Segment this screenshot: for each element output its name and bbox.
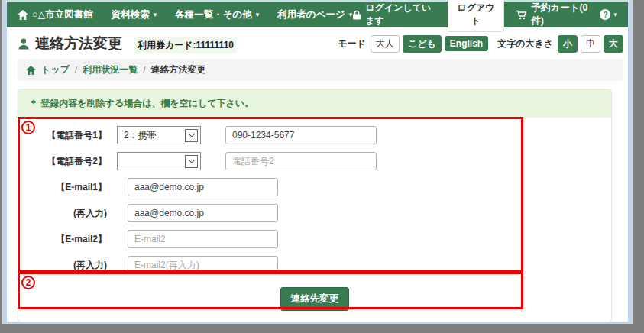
mode-adult-button[interactable]: 大人	[371, 35, 400, 53]
delete-instruction-notice: ＊ 登録内容を削除する場合は、欄を空にして下さい。	[18, 89, 611, 118]
change-contact-button[interactable]: 連絡先変更	[280, 287, 350, 311]
menu-lists-others[interactable]: 各種一覧・その他 ▾	[175, 8, 259, 21]
mode-kids-button[interactable]: こども	[403, 35, 442, 53]
page-header: 連絡方法変更 利用券カード:11111110 モード 大人 こども Englis…	[18, 34, 623, 53]
breadcrumb-home-icon	[26, 66, 36, 75]
phone2-row: 【電話番号2】	[18, 151, 611, 171]
email1-row: 【E-mail1】	[18, 177, 611, 197]
email1-input[interactable]	[128, 178, 278, 196]
breadcrumb-usage-list-link[interactable]: 利用状況一覧	[83, 63, 138, 76]
email1-confirm-row: (再入力)	[18, 203, 611, 223]
menu-lists-others-label: 各種一覧・その他	[175, 8, 252, 21]
select-arrow-icon	[185, 155, 198, 168]
brand-label: ○△市立図書館	[32, 8, 93, 21]
fontsize-label: 文字の大きさ	[497, 37, 553, 50]
fontsize-small-button[interactable]: 小	[558, 35, 578, 53]
cart-icon	[516, 10, 527, 20]
display-mode-controls: モード 大人 こども English 文字の大きさ 小 中 大	[338, 35, 623, 53]
submit-row: 連絡先変更	[18, 281, 611, 311]
email2-confirm-row: (再入力)	[18, 255, 611, 275]
menu-material-search[interactable]: 資料検索 ▾	[112, 8, 157, 21]
library-card-number: 利用券カード:11111110	[134, 37, 237, 53]
breadcrumb-separator: /	[143, 65, 145, 76]
page-title: 連絡方法変更	[35, 34, 122, 53]
phone1-row: 【電話番号1】 2：携帯	[18, 125, 611, 145]
cart-label: 予約カート(0件)	[531, 2, 588, 27]
reservation-cart-link[interactable]: 予約カート(0件)	[516, 2, 588, 27]
login-status: ログインしています	[352, 2, 435, 27]
login-status-label: ログインしています	[365, 2, 435, 27]
phone1-type-value: 2：携帯	[124, 129, 157, 142]
lock-icon	[352, 10, 361, 20]
chevron-down-icon: ▾	[154, 11, 157, 18]
email1-confirm-label: (再入力)	[18, 207, 107, 220]
fontsize-large-button[interactable]: 大	[604, 35, 623, 53]
contact-form: 【電話番号1】 2：携帯 【電話番号2】 【E-mail1】	[18, 118, 611, 311]
breadcrumb: トップ / 利用状況一覧 / 連絡方法変更	[18, 59, 623, 81]
email2-input[interactable]	[128, 230, 278, 248]
contact-change-panel: ＊ 登録内容を削除する場合は、欄を空にして下さい。 【電話番号1】 2：携帯 【…	[18, 89, 612, 322]
email1-confirm-input[interactable]	[128, 204, 278, 222]
navbar-left: ○△市立図書館 資料検索 ▾ 各種一覧・その他 ▾ 利用者のページ ▾	[18, 8, 352, 21]
breadcrumb-home-link[interactable]: トップ	[41, 63, 70, 76]
help-menu[interactable]: ? ▾	[600, 9, 617, 20]
select-arrow-icon	[185, 129, 198, 142]
chevron-down-icon: ▾	[256, 11, 260, 18]
brand-home-link[interactable]: ○△市立図書館	[18, 8, 93, 21]
email2-row: 【E-mail2】	[18, 229, 611, 249]
phone1-label: 【電話番号1】	[18, 129, 107, 142]
breadcrumb-current-page: 連絡方法変更	[151, 63, 206, 76]
person-icon	[18, 37, 30, 50]
email2-confirm-label: (再入力)	[18, 259, 107, 272]
email2-confirm-input[interactable]	[128, 256, 278, 274]
title-wrap: 連絡方法変更 利用券カード:11111110	[18, 34, 237, 53]
menu-material-search-label: 資料検索	[112, 8, 150, 21]
browser-window: ○△市立図書館 資料検索 ▾ 各種一覧・その他 ▾ 利用者のページ ▾ ログイン…	[2, 0, 633, 324]
fontsize-medium-button[interactable]: 中	[581, 35, 600, 53]
navbar-right: ログインしています ログアウト 予約カート(0件) ? ▾	[352, 0, 617, 32]
phone2-input[interactable]	[225, 152, 377, 170]
email1-label: 【E-mail1】	[18, 181, 107, 194]
menu-user-page[interactable]: 利用者のページ ▾	[277, 8, 352, 21]
phone2-label: 【電話番号2】	[18, 155, 107, 168]
top-navbar: ○△市立図書館 資料検索 ▾ 各種一覧・その他 ▾ 利用者のページ ▾ ログイン…	[7, 2, 628, 27]
email2-label: 【E-mail2】	[18, 233, 107, 246]
logout-button[interactable]: ログアウト	[448, 0, 505, 32]
phone1-type-select[interactable]: 2：携帯	[117, 126, 201, 144]
menu-user-page-label: 利用者のページ	[277, 8, 345, 21]
screenshot-background: { "navbar": { "brand": "○△市立図書館", "menu_…	[0, 0, 644, 333]
help-icon: ?	[600, 9, 610, 20]
breadcrumb-separator: /	[75, 65, 77, 76]
mode-label: モード	[338, 37, 366, 50]
phone2-type-select[interactable]	[117, 152, 201, 170]
phone1-input[interactable]	[225, 126, 377, 144]
home-icon	[18, 10, 28, 20]
chevron-down-icon: ▾	[613, 11, 617, 18]
mode-english-button[interactable]: English	[445, 36, 488, 51]
